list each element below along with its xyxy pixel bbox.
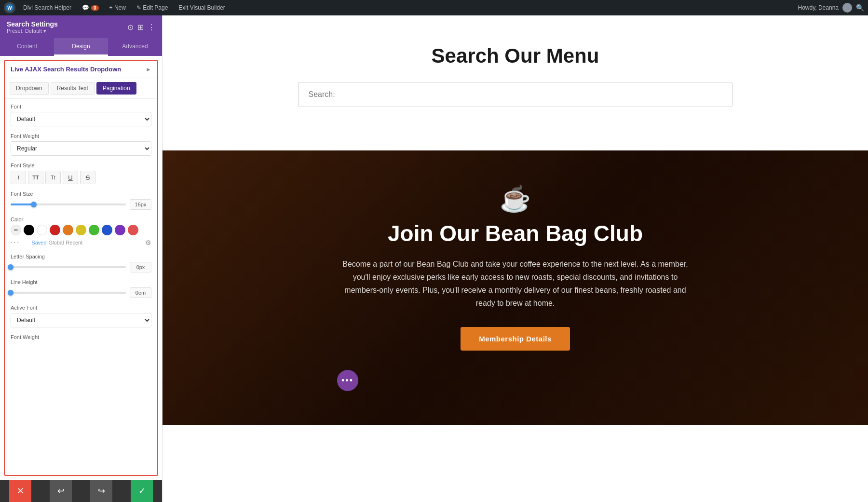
line-height-track[interactable]	[11, 292, 126, 294]
active-font-select[interactable]: Default Arial Georgia	[11, 313, 151, 327]
line-height-input[interactable]	[130, 287, 151, 298]
font-style-label: Font Style	[11, 163, 151, 168]
divi-helper-link[interactable]: Divi Search Helper	[20, 2, 74, 13]
font-size-track[interactable]	[11, 204, 126, 205]
fullscreen-icon[interactable]: ⊙	[127, 23, 134, 32]
color-green[interactable]	[89, 225, 99, 235]
uppercase-button[interactable]: TT	[28, 171, 43, 184]
active-font-label: Active Font	[11, 305, 151, 311]
font-weight-select[interactable]: Regular Bold Light	[11, 141, 151, 156]
sub-tabs: Dropdown Results Text Pagination	[5, 78, 157, 99]
letter-spacing-track[interactable]	[11, 266, 126, 268]
floating-dots-button[interactable]: •••	[337, 370, 358, 391]
underline-button[interactable]: U	[63, 171, 78, 184]
panel-header-left: Search Settings Preset: Default ▾	[7, 20, 58, 34]
main-layout: Search Settings Preset: Default ▾ ⊙ ⊞ ⋮ …	[0, 0, 868, 502]
line-height-thumb[interactable]	[8, 290, 14, 296]
membership-button[interactable]: Membership Details	[461, 327, 570, 351]
color-tabs-row: ··· Saved Global Recent ⚙	[11, 238, 151, 247]
font-style-buttons: I TT Tt U S	[11, 171, 151, 184]
section-content: Live AJAX Search Results Dropdown ► Drop…	[4, 60, 158, 476]
avatar	[842, 3, 852, 13]
color-custom-red[interactable]	[128, 225, 138, 235]
color-yellow[interactable]	[76, 225, 86, 235]
admin-bar-left: W Divi Search Helper 💬 0 + New ✎ Edit Pa…	[4, 2, 792, 14]
search-input[interactable]	[298, 82, 732, 107]
howdy-text: Howdy, Deanna	[798, 4, 839, 11]
sub-tab-results-text[interactable]: Results Text	[51, 82, 95, 95]
color-gear-icon[interactable]: ⚙	[145, 239, 151, 246]
font-label: Font	[11, 104, 151, 109]
color-orange[interactable]	[63, 225, 73, 235]
panel-tabs: Content Design Advanced	[0, 38, 162, 56]
letter-spacing-slider-group	[11, 262, 151, 272]
color-palette: ✏	[11, 225, 151, 235]
section-title: Live AJAX Search Results Dropdown	[11, 66, 121, 73]
font-size-thumb[interactable]	[31, 202, 37, 207]
coffee-title: Join Our Bean Bag Club	[337, 221, 694, 246]
left-panel: Search Settings Preset: Default ▾ ⊙ ⊞ ⋮ …	[0, 15, 163, 502]
tab-advanced[interactable]: Advanced	[108, 38, 162, 56]
active-font-group: Active Font Default Arial Georgia	[11, 305, 151, 327]
sub-tab-dropdown[interactable]: Dropdown	[10, 82, 49, 95]
font-weight-group-2: Font Weight	[11, 334, 151, 340]
color-red[interactable]	[50, 225, 60, 235]
coffee-icon: ☕	[337, 184, 694, 214]
edit-page-link[interactable]: ✎ Edit Page	[134, 2, 171, 13]
bottom-bar: ✕ ↩ ↪ ✓	[0, 480, 162, 502]
tab-content[interactable]: Content	[0, 38, 54, 56]
eyedropper-swatch[interactable]: ✏	[11, 225, 21, 235]
dots-icon: •••	[341, 376, 353, 386]
cancel-button[interactable]: ✕	[9, 480, 31, 502]
letter-spacing-thumb[interactable]	[8, 264, 14, 270]
font-select[interactable]: Default Arial Georgia	[11, 112, 151, 126]
font-weight-group: Font Weight Regular Bold Light	[11, 133, 151, 156]
color-purple[interactable]	[115, 225, 125, 235]
font-size-group: Font Size	[11, 191, 151, 210]
panel-header-icons: ⊙ ⊞ ⋮	[127, 23, 155, 32]
color-white[interactable]	[37, 225, 47, 235]
line-height-group: Line Height	[11, 279, 151, 298]
undo-button[interactable]: ↩	[50, 480, 72, 502]
panel-preset[interactable]: Preset: Default ▾	[7, 28, 58, 34]
tab-design[interactable]: Design	[54, 38, 108, 56]
line-height-label: Line Height	[11, 279, 151, 285]
layout-icon[interactable]: ⊞	[137, 23, 144, 32]
coffee-section: ☕ Join Our Bean Bag Club Become a part o…	[163, 150, 868, 425]
strikethrough-button[interactable]: S	[80, 171, 95, 184]
color-tab-recent[interactable]: Recent	[66, 240, 82, 245]
admin-bar-right: Howdy, Deanna 🔍	[798, 3, 865, 13]
font-style-group-container: Font Style I TT Tt U S	[11, 163, 151, 184]
line-height-slider-group	[11, 287, 151, 298]
italic-button[interactable]: I	[11, 171, 26, 184]
color-tab-saved[interactable]: Saved	[31, 240, 46, 245]
color-black[interactable]	[24, 225, 34, 235]
search-icon[interactable]: 🔍	[856, 4, 864, 12]
search-section: Search Our Menu	[163, 15, 868, 150]
coffee-content: ☕ Join Our Bean Bag Club Become a part o…	[337, 184, 694, 391]
new-link[interactable]: + New	[107, 2, 129, 13]
search-box-wrapper	[298, 82, 732, 107]
letter-spacing-label: Letter Spacing	[11, 254, 151, 259]
capitalize-button[interactable]: Tt	[45, 171, 61, 184]
color-tab-global[interactable]: Global	[49, 240, 64, 245]
font-size-input[interactable]	[130, 199, 151, 210]
comment-badge[interactable]: 💬 0	[79, 2, 102, 13]
section-chevron-icon[interactable]: ►	[146, 66, 151, 73]
color-group: Color ✏ ··· Sa	[11, 217, 151, 247]
font-weight-label: Font Weight	[11, 133, 151, 139]
cancel-icon: ✕	[17, 486, 24, 496]
letter-spacing-input[interactable]	[130, 262, 151, 272]
exit-builder-link[interactable]: Exit Visual Builder	[176, 2, 228, 13]
panel-title: Search Settings	[7, 20, 58, 28]
save-button[interactable]: ✓	[131, 480, 153, 502]
more-colors-dots[interactable]: ···	[11, 238, 20, 247]
redo-icon: ↪	[98, 486, 105, 496]
redo-button[interactable]: ↪	[90, 480, 112, 502]
color-blue[interactable]	[102, 225, 112, 235]
wp-logo-inner: W	[6, 4, 14, 12]
wordpress-logo[interactable]: W	[4, 2, 15, 14]
more-icon[interactable]: ⋮	[148, 23, 155, 32]
font-group: Font Default Arial Georgia	[11, 104, 151, 126]
sub-tab-pagination[interactable]: Pagination	[96, 82, 136, 95]
